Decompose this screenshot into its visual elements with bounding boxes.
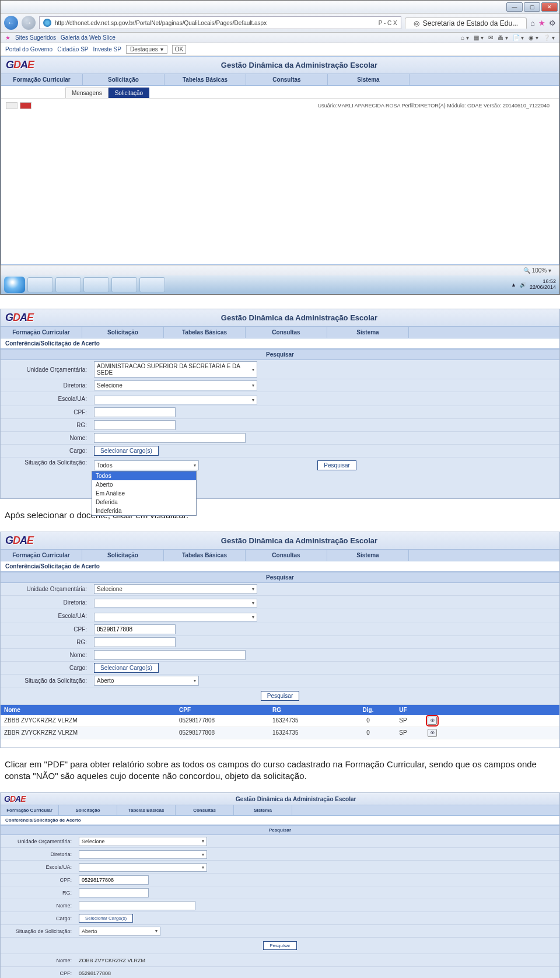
dd-option-todos[interactable]: Todos — [92, 471, 196, 480]
menu-solicitacao[interactable]: Solicitação — [82, 550, 164, 561]
taskbar-clock[interactable]: 16:52 22/06/2014 — [530, 279, 556, 291]
select-diretoria[interactable]: ▾ — [79, 850, 207, 859]
select-escola[interactable]: ▾ — [94, 396, 257, 404]
toolbar-tools-icon[interactable]: ❔ ▾ — [543, 34, 555, 41]
menu-formacao[interactable]: Formação Curricular — [1, 327, 82, 338]
close-button[interactable]: ✕ — [541, 2, 558, 12]
browser-tab[interactable]: ◎ Secretaria de Estado da Edu... — [405, 18, 527, 29]
view-icon[interactable]: 👁 — [428, 717, 437, 725]
menu-sistema[interactable]: Sistema — [327, 327, 409, 338]
fav-web-slice-gallery[interactable]: Galeria da Web Slice — [61, 34, 116, 41]
menu-tabelas[interactable]: Tabelas Básicas — [164, 327, 246, 338]
select-uo[interactable]: ADMINISTRACAO SUPERIOR DA SECRETARIA E D… — [94, 361, 257, 378]
select-escola[interactable]: ▾ — [94, 613, 257, 621]
task-ie[interactable] — [27, 277, 53, 292]
destaques-label: Destaques — [130, 46, 158, 53]
tab-favicon: ◎ — [414, 19, 419, 27]
select-uo[interactable]: Selecione▾ — [79, 837, 207, 846]
select-situacao[interactable]: Aberto▾ — [94, 676, 199, 686]
select-situacao[interactable]: Aberto▾ — [79, 927, 160, 936]
dd-option-indeferida[interactable]: Indeferida — [92, 507, 196, 515]
input-cpf[interactable] — [79, 875, 149, 885]
section-pesquisar: Pesquisar — [1, 349, 559, 360]
task-word[interactable] — [111, 277, 137, 292]
menu-formacao[interactable]: Formação Curricular — [1, 74, 83, 85]
menu-consultas[interactable]: Consultas — [246, 550, 327, 561]
cell-dig: 0 — [351, 728, 386, 738]
input-nome[interactable] — [94, 433, 246, 443]
dd-option-aberto[interactable]: Aberto — [92, 480, 196, 489]
toolbar-page-icon[interactable]: 📄 ▾ — [513, 34, 524, 41]
input-cpf[interactable] — [94, 624, 176, 634]
input-rg[interactable] — [94, 637, 176, 647]
cell-dig: 0 — [351, 715, 386, 725]
input-nome[interactable] — [94, 650, 246, 660]
toolbar-safety-icon[interactable]: ◉ ▾ — [528, 34, 538, 41]
input-rg[interactable] — [94, 420, 176, 430]
menu-solicitacao[interactable]: Solicitação — [82, 327, 164, 338]
forward-button[interactable]: → — [22, 16, 36, 30]
star-icon[interactable]: ★ — [538, 19, 545, 27]
subtab-mensagens[interactable]: Mensagens — [65, 88, 108, 98]
menu-formacao[interactable]: Formação Curricular — [1, 550, 82, 561]
selecionar-cargo-button[interactable]: Selecionar Cargo(s) — [94, 446, 159, 456]
input-cpf[interactable] — [94, 407, 176, 417]
tray-network-icon[interactable]: 🔊 — [520, 282, 526, 288]
user-info-line: Usuário:MARLI APARECIDA ROSA Perfil:DIRE… — [313, 100, 554, 111]
menu-solicitacao[interactable]: Solicitação — [59, 805, 117, 815]
dd-option-deferida[interactable]: Deferida — [92, 498, 196, 507]
toolbar-feed-icon[interactable]: ▦ ▾ — [474, 34, 484, 41]
task-app[interactable] — [139, 277, 165, 292]
fav-suggested-sites[interactable]: Sites Sugeridos — [15, 34, 56, 41]
menu-tabelas[interactable]: Tabelas Básicas — [117, 805, 176, 815]
minimize-button[interactable]: — — [506, 2, 523, 12]
select-uo[interactable]: Selecione▾ — [94, 584, 257, 594]
select-situacao[interactable]: Todos▾ — [94, 460, 199, 470]
link-investe-sp[interactable]: Investe SP — [93, 46, 121, 53]
select-escola[interactable]: ▾ — [79, 863, 207, 872]
link-cidadao-sp[interactable]: Cidadão SP — [57, 46, 88, 53]
destaques-dropdown[interactable]: Destaques ▾ — [126, 45, 167, 54]
favorites-bar: ★ Sites Sugeridos Galeria da Web Slice ⌂… — [1, 33, 559, 43]
pesquisar-button[interactable]: Pesquisar — [263, 941, 297, 950]
pesquisar-button[interactable]: Pesquisar — [261, 691, 299, 701]
task-folder[interactable] — [83, 277, 109, 292]
menu-consultas[interactable]: Consultas — [246, 74, 328, 85]
toolbar-house-icon[interactable]: ⌂ ▾ — [461, 34, 469, 41]
menu-sistema[interactable]: Sistema — [327, 550, 409, 561]
menu-tabelas[interactable]: Tabelas Básicas — [164, 550, 246, 561]
menu-sistema[interactable]: Sistema — [328, 74, 410, 85]
task-explorer[interactable] — [55, 277, 81, 292]
gear-icon[interactable]: ⚙ — [549, 19, 556, 27]
back-button[interactable]: ← — [4, 16, 18, 30]
panel3-header: GDAE Gestão Dinâmica da Administração Es… — [1, 532, 559, 550]
tray-flag-icon[interactable]: ▲ — [511, 282, 516, 288]
subtab-solicitacao[interactable]: Solicitação — [108, 88, 149, 98]
menu-formacao[interactable]: Formação Curricular — [1, 805, 59, 815]
link-portal-governo[interactable]: Portal do Governo — [5, 46, 52, 53]
input-rg[interactable] — [79, 888, 149, 897]
toolbar-print-icon[interactable]: 🖶 ▾ — [498, 34, 508, 41]
zoom-indicator[interactable]: 🔍 100% ▾ — [523, 267, 551, 274]
label-situacao: Situação de Solicitação: — [1, 928, 76, 934]
ok-button[interactable]: OK — [172, 45, 186, 54]
home-icon[interactable]: ⌂ — [530, 19, 535, 27]
menu-consultas[interactable]: Consultas — [176, 805, 234, 815]
pesquisar-button[interactable]: Pesquisar — [317, 460, 356, 470]
input-nome[interactable] — [79, 901, 195, 910]
view-icon[interactable]: 👁 — [428, 729, 437, 737]
menu-solicitacao[interactable]: Solicitação — [83, 74, 164, 85]
dd-option-analise[interactable]: Em Análise — [92, 489, 196, 498]
menu-sistema[interactable]: Sistema — [234, 805, 292, 815]
start-button[interactable] — [4, 277, 25, 293]
selecionar-cargo-button[interactable]: Selecionar Cargo(s) — [79, 914, 133, 923]
toolbar-mail-icon[interactable]: ✉ — [488, 34, 493, 41]
menu-tabelas[interactable]: Tabelas Básicas — [164, 74, 246, 85]
select-diretoria[interactable]: ▾ — [94, 599, 257, 607]
selecionar-cargo-button[interactable]: Selecionar Cargo(s) — [94, 663, 159, 673]
address-bar[interactable]: http://dthonet.edv.net.sp.gov.br/PortalN… — [39, 16, 401, 29]
maximize-button[interactable]: ▢ — [524, 2, 540, 12]
select-diretoria[interactable]: Selecione▾ — [94, 380, 257, 390]
label-nome: Nome: — [1, 435, 92, 441]
menu-consultas[interactable]: Consultas — [246, 327, 327, 338]
